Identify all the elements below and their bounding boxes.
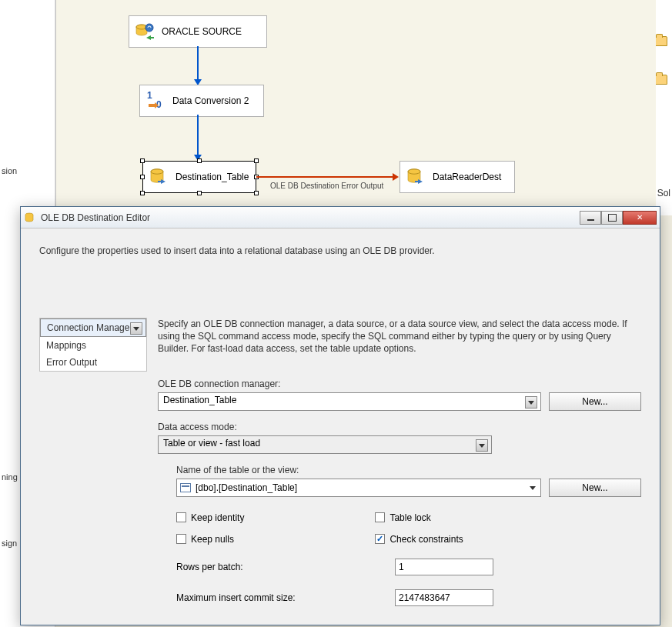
max-commit-label: Maximum insert commit size: (176, 592, 395, 603)
arrowhead-icon (393, 173, 399, 181)
checkbox-label: Table lock (389, 512, 430, 523)
table-name-label: Name of the table or the view: (176, 465, 641, 475)
access-mode-select[interactable]: Table or view - fast load (158, 435, 492, 454)
node-data-conversion[interactable]: 1 0 Data Conversion 2 (139, 85, 264, 117)
truncated-label: sion (2, 166, 17, 175)
new-table-button[interactable]: New... (549, 479, 641, 497)
node-label: Destination_Table (176, 172, 249, 182)
dialog-icon (24, 212, 36, 224)
node-label: Data Conversion 2 (172, 95, 249, 106)
new-connection-button[interactable]: New... (549, 392, 641, 411)
rows-per-batch-input[interactable] (395, 559, 493, 575)
keep-identity-checkbox[interactable]: Keep identity (176, 512, 244, 523)
checkbox-label: Check constraints (389, 534, 463, 545)
dialog-content: Specify an OLE DB connection manager, a … (158, 318, 641, 606)
oledb-destination-editor-dialog: OLE DB Destination Editor ✕ Configure th… (20, 206, 660, 625)
table-icon (180, 483, 191, 492)
source-db-icon (134, 21, 155, 42)
svg-text:1: 1 (147, 91, 152, 101)
max-commit-input[interactable] (395, 589, 493, 606)
table-lock-checkbox[interactable]: Table lock (375, 512, 463, 523)
tab-error-output[interactable]: Error Output (40, 354, 146, 371)
connection-manager-label: OLE DB connection manager: (158, 379, 641, 389)
access-mode-label: Data access mode: (158, 422, 641, 432)
close-button[interactable]: ✕ (623, 211, 657, 225)
minimize-button[interactable] (580, 211, 601, 225)
svg-point-6 (145, 24, 153, 32)
tab-mappings[interactable]: Mappings (40, 337, 146, 354)
error-connector[interactable] (256, 176, 393, 178)
node-datareader-dest[interactable]: DataReaderDest (400, 161, 515, 193)
dialog-title: OLE DB Destination Editor (41, 212, 575, 223)
table-name-combo[interactable]: [dbo].[Destination_Table] (176, 479, 541, 497)
connector-arrow[interactable] (197, 115, 199, 155)
folder-icon[interactable] (655, 75, 667, 85)
truncated-label: ning (2, 472, 18, 482)
node-label: DataReaderDest (433, 172, 501, 182)
node-label: ORACLE SOURCE (162, 26, 242, 37)
checkbox-label: Keep nulls (191, 534, 234, 545)
node-oracle-source[interactable]: ORACLE SOURCE (129, 15, 267, 48)
data-conversion-icon: 1 0 (145, 90, 166, 112)
keep-nulls-checkbox[interactable]: Keep nulls (176, 534, 244, 545)
nav-tabs: Connection Manager Mappings Error Output (39, 318, 147, 372)
connection-manager-select[interactable]: Destination_Table (158, 392, 541, 411)
destination-db-icon (405, 166, 426, 188)
maximize-button[interactable] (601, 211, 623, 225)
solution-explorer-label: Sol (657, 188, 670, 198)
tab-connection-manager[interactable]: Connection Manager (40, 319, 146, 337)
checkbox-label: Keep identity (191, 512, 244, 523)
connector-arrow[interactable] (197, 46, 199, 80)
folder-icon[interactable] (655, 36, 667, 46)
node-destination-table[interactable]: Destination_Table (142, 161, 256, 193)
destination-db-icon (148, 166, 169, 188)
section-description: Specify an OLE DB connection manager, a … (158, 318, 641, 355)
connector-label: OLE DB Destination Error Output (270, 182, 383, 190)
rows-per-batch-label: Rows per batch: (176, 562, 395, 572)
dialog-titlebar[interactable]: OLE DB Destination Editor ✕ (21, 207, 660, 228)
dialog-description: Configure the properties used to insert … (39, 245, 641, 256)
design-canvas[interactable]: ORACLE SOURCE 1 0 Data Conversion 2 (55, 0, 656, 215)
truncated-label: sign (2, 539, 17, 548)
check-constraints-checkbox[interactable]: Check constraints (375, 534, 463, 545)
